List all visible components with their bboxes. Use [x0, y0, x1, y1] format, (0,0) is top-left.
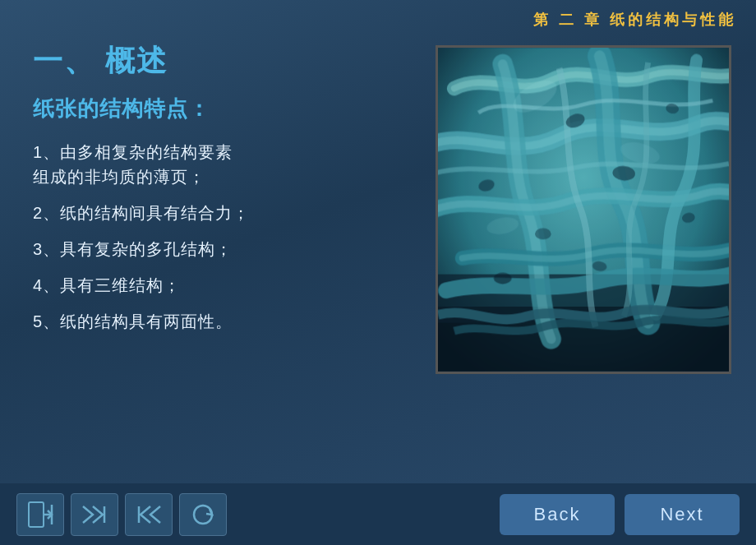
refresh-button[interactable] [179, 493, 227, 536]
svg-rect-15 [29, 502, 44, 527]
chapter-title: 第 二 章 纸的结构与性能 [533, 12, 736, 28]
exit-icon [27, 500, 53, 529]
microscope-image [436, 45, 731, 374]
prev-chapter-icon [136, 503, 162, 526]
list-item: 4、具有三维结构； [33, 273, 411, 298]
toolbar: Back Next [0, 483, 756, 545]
back-button[interactable]: Back [500, 494, 615, 535]
next-chapter-button[interactable] [71, 493, 118, 536]
toolbar-right: Back Next [500, 494, 740, 535]
next-button[interactable]: Next [625, 494, 740, 535]
section-heading: 一、 概述 [33, 41, 411, 81]
sub-heading: 纸张的结构特点： [33, 95, 411, 123]
page-container: 第 二 章 纸的结构与性能 一、 概述 纸张的结构特点： 1、由多相复杂的结构要… [0, 0, 756, 545]
svg-rect-11 [438, 48, 729, 371]
exit-button[interactable] [16, 493, 64, 536]
image-section [436, 41, 731, 475]
text-section: 一、 概述 纸张的结构特点： 1、由多相复杂的结构要素 组成的非均质的薄页；2、… [33, 41, 411, 475]
content-list: 1、由多相复杂的结构要素 组成的非均质的薄页；2、纸的结构间具有结合力；3、具有… [33, 140, 411, 334]
fiber-image-svg [438, 48, 729, 372]
main-content: 一、 概述 纸张的结构特点： 1、由多相复杂的结构要素 组成的非均质的薄页；2、… [0, 33, 756, 483]
toolbar-left [16, 493, 227, 536]
header: 第 二 章 纸的结构与性能 [0, 0, 756, 33]
list-item: 1、由多相复杂的结构要素 组成的非均质的薄页； [33, 140, 411, 189]
next-chapter-icon [81, 503, 108, 526]
list-item: 3、具有复杂的多孔结构； [33, 237, 411, 261]
list-item: 2、纸的结构间具有结合力； [33, 201, 411, 225]
list-item: 5、纸的结构具有两面性。 [33, 309, 411, 334]
refresh-icon [191, 502, 215, 527]
prev-chapter-button[interactable] [125, 493, 173, 536]
